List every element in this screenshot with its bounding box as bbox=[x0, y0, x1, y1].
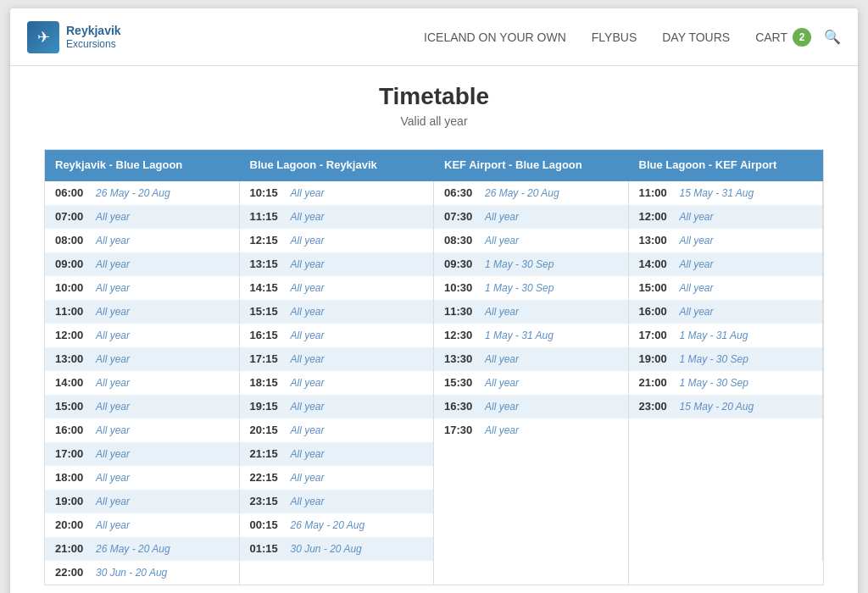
time-desc: All year bbox=[485, 353, 519, 365]
time-value: 22:00 bbox=[55, 566, 91, 579]
page-subtitle: Valid all year bbox=[44, 114, 824, 128]
cart-button[interactable]: CART 2 bbox=[755, 28, 811, 47]
time-value: 11:30 bbox=[444, 305, 480, 318]
col-body: 14:00All year bbox=[45, 371, 240, 395]
col-body: 18:15All year bbox=[240, 371, 435, 395]
app-window: ✈ Reykjavik Excursions ICELAND ON YOUR O… bbox=[10, 8, 858, 593]
col-header: Blue Lagoon - KEF Airport bbox=[629, 150, 824, 181]
time-value: 10:00 bbox=[55, 281, 91, 294]
time-value: 11:15 bbox=[250, 210, 286, 223]
table-row: 21:0026 May - 20 Aug bbox=[45, 537, 239, 561]
col-body: 07:30All year bbox=[434, 205, 629, 229]
col-body bbox=[240, 561, 435, 585]
col-body bbox=[434, 561, 629, 585]
time-desc: All year bbox=[96, 519, 130, 531]
time-desc: 1 May - 31 Aug bbox=[485, 330, 554, 341]
time-value: 14:00 bbox=[639, 258, 675, 270]
time-desc: All year bbox=[96, 330, 130, 341]
table-row: 21:001 May - 30 Sep bbox=[629, 371, 823, 395]
col-body bbox=[629, 561, 824, 585]
time-value: 17:30 bbox=[444, 424, 480, 436]
time-desc: All year bbox=[291, 306, 325, 318]
col-body: 22:15All year bbox=[240, 466, 435, 490]
time-desc: All year bbox=[485, 401, 519, 413]
time-desc: All year bbox=[96, 377, 130, 389]
col-body: 11:30All year bbox=[434, 300, 629, 324]
col-body: 21:001 May - 30 Sep bbox=[629, 371, 824, 395]
col-body: 10:15All year bbox=[240, 181, 435, 205]
col-body: 12:15All year bbox=[240, 229, 435, 252]
table-row: 17:15All year bbox=[240, 347, 434, 371]
time-desc: All year bbox=[485, 377, 519, 389]
time-value: 12:00 bbox=[55, 329, 91, 341]
flybus-nav[interactable]: FLYBUS bbox=[592, 30, 637, 44]
table-row: 20:15All year bbox=[240, 418, 434, 442]
time-value: 17:00 bbox=[55, 447, 91, 460]
empty-row bbox=[629, 561, 824, 585]
time-value: 17:15 bbox=[250, 352, 286, 365]
col-body: 12:00All year bbox=[45, 324, 240, 347]
time-value: 21:00 bbox=[639, 376, 675, 389]
table-row: 00:1526 May - 20 Aug bbox=[240, 513, 434, 537]
time-value: 01:15 bbox=[250, 542, 286, 555]
time-value: 18:00 bbox=[55, 471, 91, 484]
col-body: 20:15All year bbox=[240, 418, 435, 442]
time-value: 13:30 bbox=[444, 352, 480, 365]
time-desc: All year bbox=[96, 353, 130, 365]
col-header: Reykjavik - Blue Lagoon bbox=[45, 150, 240, 181]
time-value: 11:00 bbox=[639, 186, 675, 199]
iceland-nav[interactable]: ICELAND ON YOUR OWN bbox=[424, 30, 566, 44]
time-value: 12:15 bbox=[250, 234, 286, 247]
empty-row bbox=[629, 513, 823, 537]
col-body: 08:00All year bbox=[45, 229, 240, 252]
table-row: 09:00All year bbox=[45, 252, 239, 276]
time-value: 10:30 bbox=[444, 281, 480, 294]
col-body bbox=[629, 490, 824, 513]
time-desc: All year bbox=[96, 235, 130, 247]
time-desc: All year bbox=[291, 282, 325, 294]
col-body bbox=[434, 442, 629, 466]
time-desc: 26 May - 20 Aug bbox=[96, 187, 170, 199]
time-value: 07:30 bbox=[444, 210, 480, 223]
table-row: 16:15All year bbox=[240, 324, 434, 347]
time-desc: All year bbox=[291, 258, 325, 270]
col-body: 10:00All year bbox=[45, 276, 240, 300]
time-value: 16:00 bbox=[55, 424, 91, 436]
time-value: 21:15 bbox=[250, 447, 286, 460]
table-row: 01:1530 Jun - 20 Aug bbox=[240, 537, 434, 561]
table-row: 19:001 May - 30 Sep bbox=[629, 347, 823, 371]
col-body: 09:301 May - 30 Sep bbox=[434, 252, 629, 276]
cart-label: CART bbox=[755, 30, 787, 44]
table-row: 17:30All year bbox=[434, 418, 628, 442]
table-row: 23:0015 May - 20 Aug bbox=[629, 395, 823, 418]
time-desc: All year bbox=[96, 258, 130, 270]
day-tours-nav[interactable]: DAY TOURS bbox=[662, 30, 730, 44]
time-desc: All year bbox=[291, 353, 325, 365]
col-body bbox=[434, 466, 629, 490]
table-row: 14:15All year bbox=[240, 276, 434, 300]
table-row: 14:00All year bbox=[45, 371, 239, 395]
col-body: 16:00All year bbox=[45, 418, 240, 442]
col-body: 12:301 May - 31 Aug bbox=[434, 324, 629, 347]
col-body: 19:001 May - 30 Sep bbox=[629, 347, 824, 371]
time-desc: 15 May - 31 Aug bbox=[680, 187, 754, 199]
time-value: 23:15 bbox=[250, 495, 286, 507]
time-value: 20:15 bbox=[250, 424, 286, 436]
time-desc: All year bbox=[291, 377, 325, 389]
time-value: 13:00 bbox=[639, 234, 675, 247]
table-row: 09:301 May - 30 Sep bbox=[434, 252, 628, 276]
col-body: 15:00All year bbox=[45, 395, 240, 418]
page-title: Timetable bbox=[44, 83, 824, 110]
time-desc: All year bbox=[680, 282, 714, 294]
time-desc: 1 May - 30 Sep bbox=[485, 282, 554, 294]
timetable-grid: Reykjavik - Blue LagoonBlue Lagoon - Rey… bbox=[44, 149, 824, 585]
time-value: 06:00 bbox=[55, 186, 91, 199]
time-value: 21:00 bbox=[55, 542, 91, 555]
col-body: 09:00All year bbox=[45, 252, 240, 276]
empty-row bbox=[434, 561, 628, 585]
search-icon[interactable]: 🔍 bbox=[824, 29, 841, 45]
col-body: 00:1526 May - 20 Aug bbox=[240, 513, 435, 537]
col-body bbox=[629, 537, 824, 561]
table-row: 19:15All year bbox=[240, 395, 434, 418]
empty-row bbox=[434, 466, 628, 490]
